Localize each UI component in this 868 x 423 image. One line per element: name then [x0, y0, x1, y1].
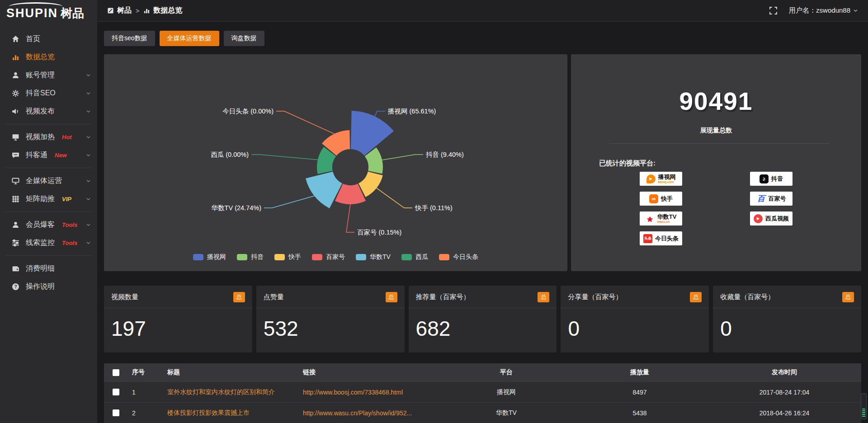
sidebar-item-tag: VIP	[62, 196, 71, 202]
total-badge: 总	[690, 292, 702, 302]
video-title-link[interactable]: 楼体投影灯投影效果震撼上市	[167, 409, 250, 416]
pie-label: 播视网 (65.61%)	[387, 108, 436, 115]
chevron-down-icon	[86, 153, 91, 158]
platform-badge: 快手	[640, 192, 682, 206]
legend-label: 百家号	[326, 253, 345, 261]
bars-icon	[12, 53, 19, 61]
chevron-down-icon	[86, 222, 91, 227]
video-url-link[interactable]: http://www.boosj.com/7338468.html	[303, 389, 403, 396]
sidebar-item[interactable]: 视频发布	[0, 102, 97, 120]
sidebar-item[interactable]: 全媒体运营	[0, 172, 97, 190]
chevron-down-icon	[86, 197, 91, 202]
app-logo[interactable]: SHUPIN树品	[0, 0, 97, 25]
col-header-plays: 播放量	[572, 368, 708, 376]
legend-item[interactable]: 今日头条	[439, 253, 478, 261]
chevron-down-icon	[86, 240, 91, 245]
pie-slice-播视网[interactable]	[351, 111, 394, 155]
platform-name: 快手	[661, 196, 673, 202]
tab[interactable]: 全媒体运营数据	[160, 31, 219, 46]
stat-card: 收藏量（百家号） 总 0	[713, 286, 861, 352]
chart-legend: 播视网 抖音 快手	[104, 253, 567, 261]
stat-card-value: 0	[561, 308, 709, 349]
col-header-no: 序号	[127, 368, 167, 376]
sidebar-item[interactable]: 会员爆客 Tools	[0, 216, 97, 234]
pie-label: 今日头条 (0.00%)	[222, 108, 274, 115]
sidebar-item-label: 线索监控	[26, 238, 55, 248]
stat-card-value: 0	[713, 308, 861, 349]
fullscreen-icon[interactable]	[769, 7, 777, 14]
sidebar-item-label: 矩阵助推	[26, 194, 55, 204]
cell-plays: 8497	[572, 389, 708, 396]
sidebar-item[interactable]: 视频加热 Hot	[0, 128, 97, 146]
baijiahao-logo-icon	[757, 194, 766, 203]
sidebar-item[interactable]: 首页	[0, 30, 97, 48]
wasu-logo-icon	[646, 214, 655, 223]
videos-table: 序号 标题 链接 平台 播放量 发布时间 1 室外水纹灯和室内水纹灯的区别和简介…	[104, 363, 861, 423]
table-row: 2 楼体投影灯投影效果震撼上市 http://www.wasu.cn/Play/…	[104, 402, 861, 423]
sidebar-item[interactable]: 线索监控 Tools	[0, 234, 97, 252]
breadcrumb-item[interactable]: 树品	[107, 6, 132, 15]
question-icon	[12, 283, 19, 291]
impressions-panel: 90491 展现量总数 已统计的视频平台: 播视网 boosj.com	[571, 54, 861, 271]
row-checkbox[interactable]	[113, 389, 119, 395]
platform-badge: 播视网 boosj.com	[640, 172, 682, 186]
platform-badge: 华数TV wasu.cn	[640, 212, 682, 226]
stat-card: 推荐量（百家号） 总 682	[409, 286, 557, 352]
sidebar-item-tag: Tools	[62, 221, 77, 228]
douyin-logo-icon	[760, 174, 769, 183]
legend-item[interactable]: 百家号	[312, 253, 345, 261]
topbar: 树品 > 数据总览 用户名：zswodun88	[97, 0, 868, 22]
sidebar-item[interactable]: 消费明细	[0, 259, 97, 277]
legend-color-chip	[274, 254, 285, 260]
breadcrumb-label: 树品	[117, 6, 132, 15]
cell-time: 2017-08-24 17:04	[708, 389, 861, 396]
stat-card: 点赞量 总 532	[256, 286, 405, 352]
platform-name: 华数TV	[657, 214, 677, 220]
legend-item[interactable]: 抖音	[237, 253, 264, 261]
sidebar-item[interactable]: 矩阵助推 VIP	[0, 190, 97, 208]
sidebar-item[interactable]: 抖音SEO	[0, 84, 97, 102]
sidebar-item-label: 视频加热	[26, 132, 55, 142]
logo-text-en: SHUPIN	[6, 6, 58, 20]
sidebar-item[interactable]: 账号管理	[0, 66, 97, 84]
legend-item[interactable]: 快手	[274, 253, 301, 261]
video-url-link[interactable]: http://www.wasu.cn/Play/show/id/952...	[303, 409, 412, 417]
chevron-down-icon	[86, 109, 91, 114]
panel-divider	[609, 143, 830, 144]
data-tabs: 抖音seo数据 全媒体运营数据 询盘数据	[104, 22, 861, 46]
sidebar-item-label: 视频发布	[26, 107, 55, 116]
sliders-icon	[12, 239, 19, 247]
chevron-down-icon	[86, 73, 91, 78]
tab[interactable]: 询盘数据	[224, 31, 264, 46]
xigua-logo-icon	[754, 214, 763, 223]
legend-label: 今日头条	[453, 253, 478, 261]
platform-name: 今日头条	[655, 235, 679, 242]
caret-down-icon	[853, 8, 858, 13]
video-title-link[interactable]: 室外水纹灯和室内水纹灯的区别和简介	[167, 388, 275, 395]
legend-color-chip	[237, 254, 247, 260]
breadcrumb-item[interactable]: 数据总览	[143, 6, 182, 15]
impressions-total-label: 展现量总数	[571, 127, 861, 135]
legend-item[interactable]: 西瓜	[401, 253, 428, 261]
legend-label: 抖音	[251, 253, 264, 261]
sidebar-item[interactable]: 数据总览	[0, 48, 97, 66]
nightingale-pie-chart: 播视网 (65.61%)抖音 (9.40%)快手 (0.11%)百家号 (0.1…	[104, 54, 567, 271]
sidebar-item-label: 会员爆客	[26, 220, 55, 230]
grid-icon	[12, 195, 19, 203]
sidebar-item-label: 数据总览	[26, 52, 55, 62]
pie-slice-华数TV[interactable]	[306, 172, 342, 208]
user-menu[interactable]: 用户名：zswodun88	[789, 6, 858, 15]
legend-item[interactable]: 华数TV	[356, 253, 391, 261]
sidebar-item[interactable]: 抖客通 New	[0, 146, 97, 164]
chevron-down-icon	[86, 179, 91, 183]
sidebar-item-label: 操作说明	[26, 282, 55, 291]
tab[interactable]: 抖音seo数据	[104, 31, 155, 46]
scroll-widget[interactable]	[861, 393, 867, 419]
row-checkbox[interactable]	[113, 409, 119, 416]
col-header-link: 链接	[303, 368, 441, 376]
legend-item[interactable]: 播视网	[193, 253, 226, 261]
sidebar-item[interactable]: 操作说明	[0, 277, 97, 296]
platform-subtext: boosj.com	[658, 180, 674, 183]
sidebar-divider	[5, 124, 92, 124]
select-all-checkbox[interactable]	[113, 369, 119, 376]
